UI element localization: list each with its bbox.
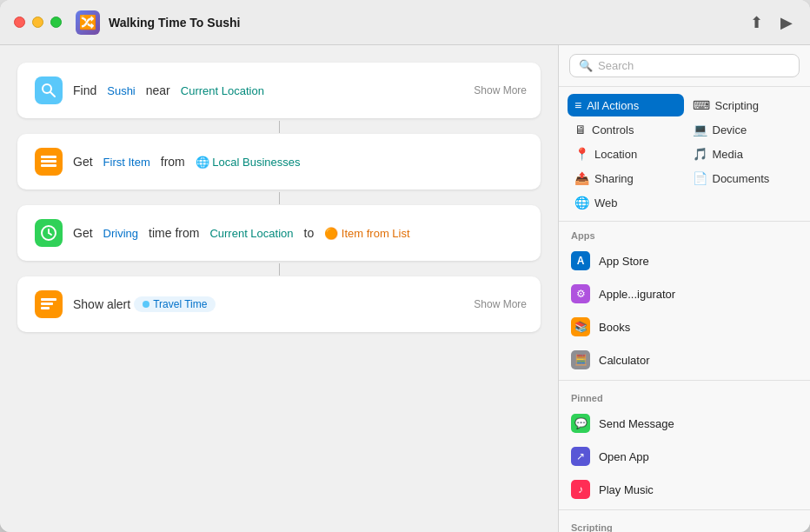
sharing-label: Sharing xyxy=(594,172,634,185)
documents-label: Documents xyxy=(713,172,770,185)
cat-media[interactable]: 🎵 Media xyxy=(686,143,802,165)
send-message-label: Send Message xyxy=(599,417,674,430)
action-find[interactable]: Find Sushi near Current Location Show Mo… xyxy=(17,63,541,118)
alert-show-more[interactable]: Show More xyxy=(474,298,527,310)
cat-web[interactable]: 🌐 Web xyxy=(568,191,684,214)
sidebar-item-calculator[interactable]: 🧮 Calculator xyxy=(559,343,810,376)
web-icon: 🌐 xyxy=(574,196,589,209)
media-icon: 🎵 xyxy=(693,147,707,161)
scripting-label: Scripting xyxy=(715,99,760,112)
connector-2 xyxy=(17,191,541,205)
search-icon: 🔍 xyxy=(579,59,593,72)
connector-1 xyxy=(17,120,541,134)
cat-device[interactable]: 💻 Device xyxy=(686,118,802,141)
cat-location[interactable]: 📍 Location xyxy=(568,143,684,165)
play-button[interactable]: ▶ xyxy=(777,10,796,36)
cat-scripting[interactable]: ⌨ Scripting xyxy=(686,94,802,116)
media-label: Media xyxy=(713,148,743,161)
get-label: Get xyxy=(73,155,93,169)
actions-panel: 🔍 ≡ All Actions ⌨ Scripting 🖥 xyxy=(558,45,810,532)
play-music-label: Play Music xyxy=(599,483,654,496)
svg-rect-10 xyxy=(41,307,50,309)
action-show-alert[interactable]: Show alert Travel Time Show More xyxy=(17,276,541,332)
web-label: Web xyxy=(594,196,618,209)
sidebar-content: Apps A App Store ⚙ Apple...igurator 📚 Bo… xyxy=(559,222,810,532)
divider-2 xyxy=(559,509,810,510)
scripting-section-header: Scripting xyxy=(559,514,810,532)
get-time-icon xyxy=(35,219,63,247)
traffic-lights xyxy=(14,17,62,28)
action-get-time[interactable]: Get Driving time from Current Location t… xyxy=(17,205,541,261)
pinned-section-header: Pinned xyxy=(559,384,810,407)
driving-token: Driving xyxy=(96,225,145,242)
find-query: Sushi xyxy=(100,83,143,99)
svg-rect-8 xyxy=(41,298,56,301)
sidebar-item-play-music[interactable]: ♪ Play Music xyxy=(559,473,810,506)
svg-rect-4 xyxy=(41,164,56,167)
sidebar-item-app-store[interactable]: A App Store xyxy=(559,244,810,277)
device-icon: 💻 xyxy=(693,123,707,136)
sidebar-item-open-app[interactable]: ↗ Open App xyxy=(559,440,810,473)
titlebar: 🔀 Walking Time To Sushi ⬆ ▶ xyxy=(0,0,810,45)
cat-sharing[interactable]: 📤 Sharing xyxy=(568,167,684,190)
sharing-icon: 📤 xyxy=(574,171,589,185)
travel-time-pill: Travel Time xyxy=(134,296,216,312)
get-time-content: Get Driving time from Current Location t… xyxy=(73,225,523,242)
books-label: Books xyxy=(599,321,630,334)
item-list-token: 🟠 Item from List xyxy=(317,225,416,242)
sidebar-item-books[interactable]: 📚 Books xyxy=(559,310,810,343)
all-actions-icon: ≡ xyxy=(574,98,581,112)
apple-configurator-icon: ⚙ xyxy=(571,284,590,303)
show-alert-icon xyxy=(35,290,63,318)
sidebar-item-apple-configurator[interactable]: ⚙ Apple...igurator xyxy=(559,277,810,310)
sidebar-item-send-message[interactable]: 💬 Send Message xyxy=(559,407,810,440)
get-source: 🌐 Local Businesses xyxy=(189,154,308,170)
location-label: Location xyxy=(594,148,637,161)
books-icon: 📚 xyxy=(571,317,590,336)
main-content: Find Sushi near Current Location Show Mo… xyxy=(0,45,810,532)
apps-section-header: Apps xyxy=(559,222,810,244)
all-actions-label: All Actions xyxy=(587,99,639,112)
svg-line-1 xyxy=(50,92,55,96)
action-get-item[interactable]: Get First Item from 🌐 Local Businesses xyxy=(17,134,541,190)
share-button[interactable]: ⬆ xyxy=(747,10,767,36)
main-window: 🔀 Walking Time To Sushi ⬆ ▶ Find Sushi xyxy=(0,0,810,532)
search-input[interactable] xyxy=(598,59,790,72)
find-action-content: Find Sushi near Current Location xyxy=(73,83,523,99)
device-label: Device xyxy=(713,123,747,136)
find-location: Current Location xyxy=(174,83,271,99)
get-from-label: from xyxy=(161,155,185,169)
divider-1 xyxy=(559,380,810,381)
pill-dot xyxy=(143,301,149,308)
find-icon xyxy=(35,76,63,104)
workflow-panel: Find Sushi near Current Location Show Mo… xyxy=(0,45,558,532)
scripting-icon: ⌨ xyxy=(693,98,710,112)
get2-label: Get xyxy=(73,226,93,240)
time-from-label: time from xyxy=(149,226,199,240)
open-app-icon: ↗ xyxy=(571,447,590,466)
find-show-more[interactable]: Show More xyxy=(474,84,527,96)
app-store-label: App Store xyxy=(599,255,649,268)
cat-all-actions[interactable]: ≡ All Actions xyxy=(568,94,684,116)
svg-line-7 xyxy=(49,233,51,235)
to-label: to xyxy=(304,226,315,240)
get-item-content: Get First Item from 🌐 Local Businesses xyxy=(73,154,523,170)
pill-text: Travel Time xyxy=(153,298,207,310)
cat-documents[interactable]: 📄 Documents xyxy=(686,167,802,190)
app-icon: 🔀 xyxy=(76,10,100,35)
category-grid: ≡ All Actions ⌨ Scripting 🖥 Controls 💻 D… xyxy=(559,87,810,222)
controls-label: Controls xyxy=(592,123,634,136)
minimize-button[interactable] xyxy=(32,17,43,28)
current-location-token: Current Location xyxy=(202,225,300,242)
show-alert-content: Show alert Travel Time xyxy=(73,296,523,312)
find-near-label: near xyxy=(146,83,170,97)
controls-icon: 🖥 xyxy=(574,123,587,136)
cat-controls[interactable]: 🖥 Controls xyxy=(568,118,684,141)
svg-rect-2 xyxy=(41,156,56,158)
app-store-icon: A xyxy=(571,251,590,270)
maximize-button[interactable] xyxy=(50,17,62,28)
search-input-wrap[interactable]: 🔍 xyxy=(569,54,800,77)
show-alert-label: Show alert xyxy=(73,297,130,311)
open-app-label: Open App xyxy=(599,450,649,463)
close-button[interactable] xyxy=(14,17,25,28)
